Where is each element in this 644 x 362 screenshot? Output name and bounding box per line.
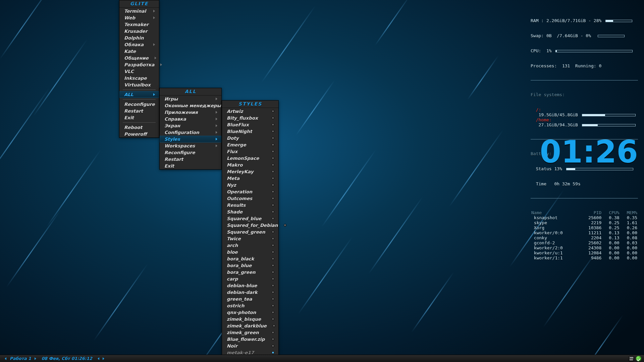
menu-item[interactable]: Kate (119, 48, 159, 55)
status-ok-icon[interactable] (636, 356, 641, 361)
style-item-label: Bity_fluxbox (227, 115, 258, 121)
style-item[interactable]: zimek_bisque (222, 316, 278, 322)
keyboard-layout-icon[interactable] (629, 356, 634, 361)
style-item[interactable]: Flux (222, 148, 278, 155)
menu-item[interactable]: VLC (119, 68, 159, 75)
winlist-next-icon[interactable] (103, 357, 104, 360)
style-item[interactable]: bora_black (222, 255, 278, 262)
menu-item[interactable]: Приложения (160, 109, 221, 116)
style-item[interactable]: Blue_flower.zip (222, 336, 278, 343)
style-item[interactable]: carp (222, 276, 278, 282)
workspace-switcher[interactable]: Работа 1 (2, 356, 39, 361)
style-item[interactable]: Squared_green (222, 229, 278, 235)
menu-item[interactable]: Styles (160, 136, 221, 142)
style-item[interactable]: Squared_blue (222, 215, 278, 222)
taskbar: Работа 1 08 Фев, Сбт 01:26:12 (0, 355, 644, 362)
style-item[interactable]: BlueNight (222, 128, 278, 135)
process-row: ksnapshot256000.380.35 (531, 215, 638, 220)
style-item-label: Blue_flower.zip (227, 336, 265, 342)
style-item[interactable]: Bity_fluxbox (222, 115, 278, 121)
style-item[interactable]: LemonSpace (222, 155, 278, 162)
style-item[interactable]: Nyz (222, 182, 278, 188)
style-item[interactable]: Noir (222, 343, 278, 349)
menu-item[interactable]: Inkscape (119, 75, 159, 81)
winlist-prev-icon[interactable] (98, 357, 99, 360)
menu-item[interactable]: Terminal (119, 8, 159, 14)
submenu-arrow-icon (216, 138, 217, 140)
menu-item[interactable]: Reconfigure (160, 149, 221, 156)
process-row: kworker/u:1120840.000.00 (531, 250, 638, 255)
menu-item[interactable]: Reboot (119, 124, 159, 131)
menu-item[interactable]: Configuration (160, 129, 221, 136)
style-item[interactable]: Results (222, 202, 278, 208)
menu-item-label: Справка (164, 116, 186, 122)
taskbar-clock[interactable]: 08 Фев, Сбт 01:26:12 (39, 356, 95, 361)
style-radio-icon (272, 244, 274, 247)
style-item[interactable]: Meta (222, 175, 278, 182)
style-item[interactable]: Twice (222, 235, 278, 242)
col-pid: PID (580, 210, 602, 215)
style-item[interactable]: qnx-photon (222, 309, 278, 316)
style-item[interactable]: green_tea (222, 296, 278, 302)
taskbar-datetime: 08 Фев, Сбт 01:26:12 (42, 356, 92, 361)
menu-item[interactable]: Оконные менеджеры (160, 102, 221, 109)
menu-item[interactable]: Exit (119, 114, 159, 121)
menu-item[interactable]: Справка (160, 116, 221, 122)
style-item[interactable]: bloe (222, 249, 278, 255)
menu-item[interactable]: Экран (160, 122, 221, 129)
workspace-next-icon[interactable] (35, 357, 36, 360)
menu-item[interactable]: Texmaker (119, 21, 159, 28)
menu-item[interactable]: Workspaces (160, 142, 221, 149)
style-item[interactable]: debian-dark (222, 289, 278, 296)
style-radio-icon (272, 197, 274, 200)
style-radio-icon (272, 177, 274, 180)
style-item[interactable]: bora_blue (222, 262, 278, 269)
fs-header: File systems: (531, 92, 638, 97)
style-item[interactable]: zimek_darkblue (222, 322, 278, 329)
col-mem: MEM% (620, 210, 638, 215)
style-item-label: Meta (227, 175, 239, 181)
style-item[interactable]: Emerge (222, 141, 278, 148)
style-item[interactable]: zimek_green (222, 329, 278, 336)
menu-item[interactable]: Restart (160, 156, 221, 163)
style-item[interactable]: Shade (222, 208, 278, 215)
submenu-arrow-icon (153, 43, 155, 46)
style-item[interactable]: debian-blue (222, 282, 278, 289)
menu-item-label: Exit (164, 163, 174, 169)
menu-item[interactable]: Exit (160, 163, 221, 169)
menu-item[interactable]: Облака (119, 41, 159, 48)
menu-item[interactable]: Virtualbox (119, 81, 159, 88)
window-list-nav[interactable] (95, 357, 107, 360)
menu-item[interactable]: Web (119, 14, 159, 21)
menu-item[interactable]: Restart (119, 108, 159, 114)
ram-text: RAM : 2.20GiB/7.71GiB - 28% (531, 18, 604, 23)
menu-item[interactable]: Разработка (119, 61, 159, 68)
style-item[interactable]: ostrich (222, 302, 278, 309)
style-item[interactable]: MerleyKay (222, 168, 278, 175)
style-item[interactable]: Outcomes (222, 195, 278, 202)
style-item[interactable]: Makro (222, 162, 278, 168)
styles-submenu: STYLES ArtwizBity_fluxboxBlueFluxBlueNig… (222, 100, 279, 362)
style-item[interactable]: bora_green (222, 269, 278, 276)
style-radio-icon (272, 164, 274, 166)
process-row: conky22040.130.08 (531, 235, 638, 240)
menu-item-label: Экран (164, 123, 180, 129)
style-item[interactable]: Artwiz (222, 108, 278, 115)
style-item[interactable]: Operation (222, 188, 278, 195)
style-item[interactable]: BlueFlux (222, 121, 278, 128)
workspace-prev-icon[interactable] (5, 357, 6, 360)
ram-line: RAM : 2.20GiB/7.71GiB - 28% (531, 18, 638, 23)
menu-item[interactable]: Dolphin (119, 35, 159, 41)
menu-item[interactable]: Общение (119, 55, 159, 61)
menu-item[interactable]: Reconfigure (119, 101, 159, 108)
menu-item[interactable]: ALL (119, 91, 159, 98)
menu-item[interactable]: Poweroff (119, 131, 159, 137)
style-item[interactable]: Squared_for_Debian (222, 222, 278, 229)
menu-item[interactable]: Игры (160, 96, 221, 102)
menu-title: STYLES (222, 101, 278, 108)
style-item-label: Makro (227, 162, 243, 168)
menu-item[interactable]: Krusader (119, 28, 159, 35)
style-item[interactable]: Doty (222, 135, 278, 141)
style-item[interactable]: arch (222, 242, 278, 249)
ram-bar (605, 20, 632, 22)
